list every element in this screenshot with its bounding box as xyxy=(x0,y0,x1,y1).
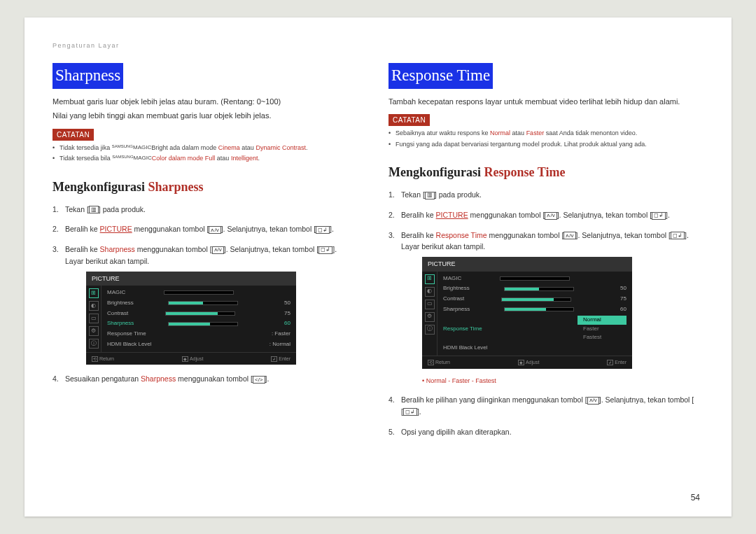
manual-page: Pengaturan Layar Sharpness Membuat garis… xyxy=(24,17,732,517)
enter-icon: ◻↲ xyxy=(652,212,666,220)
enter-icon: ◻↲ xyxy=(318,246,332,254)
enter-icon: ◻↲ xyxy=(316,226,330,234)
note-label: CATATAN xyxy=(52,129,94,141)
up-down-icon: ʌ/v xyxy=(209,226,220,234)
step: Tekan [▥] pada produk. xyxy=(52,204,368,216)
osd-row: Contrast75 xyxy=(102,309,296,319)
sharpness-heading: Sharpness xyxy=(52,63,123,89)
right-column: Response Time Tambah kecepatan respons l… xyxy=(388,63,704,446)
osd-row: Contrast75 xyxy=(438,294,632,304)
osd-tab-icon: ⚙ xyxy=(425,312,435,322)
response-time-heading: Response Time xyxy=(388,63,493,89)
osd-tab-icon: ⓘ xyxy=(425,325,435,335)
step: Sesuaikan pengaturan Sharpness menggunak… xyxy=(52,373,368,385)
enter-icon: ◻↲ xyxy=(403,408,417,416)
step: Beralih ke Sharpness menggunakan tombol … xyxy=(52,244,368,365)
osd-row: Sharpness60 xyxy=(102,318,296,329)
note-label: CATATAN xyxy=(388,114,430,126)
response-time-options: • Normal - Faster - Fastest xyxy=(422,376,704,386)
up-down-icon: ʌ/v xyxy=(564,232,575,239)
osd-tab-icon: ◐ xyxy=(89,301,99,311)
osd-row: Response Time: Faster xyxy=(102,329,296,339)
osd-tab-icon: ⊞ xyxy=(89,288,99,298)
osd-tab-icon: ⊞ xyxy=(425,274,435,284)
up-down-icon: ʌ/v xyxy=(587,397,599,405)
chapter-name: Pengaturan Layar xyxy=(52,42,704,49)
step: Beralih ke pilihan yang diinginkan mengg… xyxy=(388,394,704,418)
osd-row: Sharpness60 xyxy=(438,304,632,315)
note-item: Sebaiknya atur waktu respons ke Normal a… xyxy=(396,129,704,139)
osd-row: Brightness50 xyxy=(102,298,296,309)
response-time-desc: Tambah kecepatan respons layar untuk mem… xyxy=(388,96,704,108)
enter-icon: ◻↲ xyxy=(671,232,685,239)
step: Tekan [▥] pada produk. xyxy=(388,189,704,201)
step: Beralih ke PICTURE menggunakan tombol [ʌ… xyxy=(52,223,368,235)
note-item: Fungsi yang ada dapat bervariasi tergant… xyxy=(396,140,704,150)
menu-icon: ▥ xyxy=(89,206,99,213)
up-down-icon: ʌ/v xyxy=(545,212,556,220)
page-number: 54 xyxy=(691,493,700,503)
osd-tab-icon: ◐ xyxy=(425,287,435,297)
sharpness-desc-1: Membuat garis luar objek lebih jelas ata… xyxy=(52,96,368,108)
osd-screenshot: PICTURE ⊞ ◐ ▭ ⚙ ⓘ MAGICBrightness50Contr… xyxy=(422,257,632,368)
osd-row: Response TimeNormalFasterFastest xyxy=(438,315,632,343)
step: Opsi yang dipilih akan diterapkan. xyxy=(388,426,704,438)
osd-row: MAGIC xyxy=(102,288,296,298)
osd-row: HDMI Black Level xyxy=(438,343,632,353)
configure-response-time-heading: Mengkonfigurasi Response Time xyxy=(388,163,704,182)
left-right-icon: </> xyxy=(253,376,265,384)
osd-screenshot: PICTURE ⊞ ◐ ▭ ⚙ ⓘ MAGICBrightness50Contr… xyxy=(86,272,296,365)
osd-tab-icon: ▭ xyxy=(425,300,435,309)
step: Beralih ke Response Time menggunakan tom… xyxy=(388,230,704,386)
up-down-icon: ʌ/v xyxy=(212,246,224,254)
step: Beralih ke PICTURE menggunakan tombol [ʌ… xyxy=(388,209,704,221)
left-column: Sharpness Membuat garis luar objek lebih… xyxy=(52,63,368,446)
osd-tab-icon: ▭ xyxy=(89,314,99,323)
osd-row: MAGIC xyxy=(438,274,632,284)
configure-sharpness-heading: Mengkonfigurasi Sharpness xyxy=(52,178,368,197)
sharpness-desc-2: Nilai yang lebih tinggi akan membuat gar… xyxy=(52,110,368,122)
osd-row: HDMI Black Level: Normal xyxy=(102,339,296,350)
menu-icon: ▥ xyxy=(425,192,435,199)
osd-tab-icon: ⚙ xyxy=(89,326,99,336)
osd-row: Brightness50 xyxy=(438,283,632,294)
osd-tab-icon: ⓘ xyxy=(89,339,99,349)
note-item: Tidak tersedia bila SAMSUNGMAGICColor da… xyxy=(59,154,368,164)
note-item: Tidak tersedia jika SAMSUNGMAGICBright a… xyxy=(59,143,368,153)
